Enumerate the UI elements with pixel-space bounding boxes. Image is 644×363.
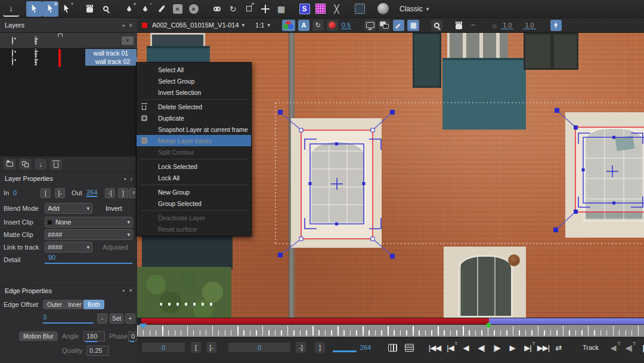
out-value[interactable]: 264 xyxy=(86,189,97,197)
layer-row[interactable]: wall track 02 xyxy=(0,57,137,66)
new-group-button[interactable] xyxy=(4,159,16,170)
pen-convert-tool[interactable]: ~ xyxy=(137,1,153,17)
zoom-tool[interactable] xyxy=(98,1,114,17)
layer-color-key[interactable] xyxy=(58,57,61,67)
pan-view-button[interactable] xyxy=(453,20,465,31)
gear-icon[interactable] xyxy=(35,57,37,66)
visibility-icon[interactable] xyxy=(12,57,13,66)
chevron-down-icon[interactable]: ▾ xyxy=(267,22,270,28)
chevron-down-icon[interactable]: ▾ xyxy=(242,22,245,28)
phase-field[interactable]: 0 xyxy=(128,331,137,342)
chevron-right-icon[interactable]: › xyxy=(131,176,132,182)
view-preset-dropdown[interactable]: Classic ▾ xyxy=(400,5,429,13)
menu-item-lock-all[interactable]: Lock All xyxy=(137,172,251,183)
loop-button[interactable]: ⇄ xyxy=(552,340,566,355)
track-backward-button[interactable]: ◀T xyxy=(606,340,620,355)
alpha-button[interactable]: A xyxy=(298,20,309,31)
menu-item-snapshot-layer[interactable]: Snapshot Layer at current frame xyxy=(137,124,251,135)
go-to-end-button[interactable]: ▶▶| xyxy=(536,340,550,355)
timeline-ruler[interactable] xyxy=(137,325,644,337)
gear-icon[interactable] xyxy=(35,36,37,45)
angle-field[interactable]: 180 xyxy=(83,331,105,342)
layers-menu-button[interactable]: ▾ xyxy=(122,36,134,45)
timeline-track-bar[interactable] xyxy=(137,318,644,325)
render-preview-button[interactable] xyxy=(550,20,562,31)
monitor-button[interactable] xyxy=(364,20,376,31)
overlay-toggle-button[interactable] xyxy=(379,20,390,31)
menu-item-invert-selection[interactable]: Invert Selection xyxy=(137,87,251,98)
delete-layer-button[interactable] xyxy=(50,159,62,170)
set-in-button[interactable]: [ xyxy=(191,342,201,353)
set-in-button[interactable]: [ xyxy=(41,188,51,198)
dock-icon[interactable]: ▪ xyxy=(123,287,125,294)
menu-item-select-all[interactable]: Select All xyxy=(137,64,251,75)
set-out-button[interactable]: ] xyxy=(118,188,128,198)
gain-field[interactable]: 1.0 xyxy=(501,21,513,29)
close-icon[interactable]: × xyxy=(129,287,132,294)
frame-range-button[interactable] xyxy=(403,342,416,353)
goto-out-button[interactable]: -] xyxy=(296,342,306,353)
current-frame-field[interactable]: 0 xyxy=(141,342,185,353)
trackball-tool[interactable] xyxy=(375,1,391,17)
menu-item-group-selected[interactable]: Group Selected xyxy=(137,198,251,209)
pan-tool[interactable] xyxy=(82,1,98,17)
import-layer-button[interactable]: ↓ xyxy=(35,159,47,170)
step-forward-button[interactable]: |▶ xyxy=(490,340,504,355)
matte-circle-tool[interactable]: × xyxy=(185,1,202,17)
stabilize-tool[interactable]: S xyxy=(296,1,312,17)
out-frame-field[interactable]: 264 xyxy=(332,342,382,353)
invert-toggle[interactable]: Invert xyxy=(106,205,122,212)
edge-minus-button[interactable]: - xyxy=(97,313,107,324)
layer-name[interactable]: wall track 01 xyxy=(85,49,137,57)
layer-name[interactable]: wall track 02 xyxy=(85,57,140,66)
playhead[interactable] xyxy=(140,324,147,329)
layer-row[interactable]: wall track 01 xyxy=(0,49,137,57)
select-both-tool[interactable]: B xyxy=(42,1,58,17)
edge-set-button[interactable]: Set xyxy=(110,313,123,324)
link-tool[interactable] xyxy=(209,1,225,17)
visibility-icon[interactable] xyxy=(12,49,13,57)
move-tool[interactable] xyxy=(257,1,273,17)
set-out-button[interactable]: ] xyxy=(315,342,325,353)
matte-box-tool[interactable]: × xyxy=(169,1,185,17)
track-backward-one-button[interactable]: ◀|T xyxy=(621,340,636,355)
edge-plus-button[interactable]: + xyxy=(125,313,135,324)
edge-inner-button[interactable]: Inner xyxy=(64,300,86,309)
menu-item-duplicate[interactable]: Duplicate xyxy=(137,112,251,124)
frame-all-button[interactable] xyxy=(386,342,399,353)
rotate-view-button[interactable]: ↻ xyxy=(312,20,324,31)
motion-blur-button[interactable]: Motion Blur xyxy=(19,331,58,341)
rotate-tool[interactable]: ↻ xyxy=(225,1,241,17)
edge-both-button[interactable]: Both xyxy=(83,300,104,309)
spline-display-button[interactable] xyxy=(393,20,404,31)
blend-mode-dropdown[interactable]: Add ▾ xyxy=(45,203,92,214)
in-value[interactable]: 0 xyxy=(13,189,17,196)
in-frame-field[interactable]: 0 xyxy=(228,342,291,353)
menu-item-select-group[interactable]: Select Group xyxy=(137,75,251,87)
play-forward-button[interactable]: ▶ xyxy=(505,340,519,355)
mesh-tool[interactable] xyxy=(312,1,329,17)
detail-slider[interactable]: 90 xyxy=(45,254,132,264)
matte-view-button[interactable] xyxy=(327,20,338,31)
visibility-icon[interactable] xyxy=(12,36,13,45)
menu-item-delete-selected[interactable]: Delete Selected xyxy=(137,101,251,112)
edge-offset-field[interactable]: 3 xyxy=(43,313,94,323)
play-backward-button[interactable]: ◀ xyxy=(459,340,473,355)
clip-name[interactable]: A002_C055_01015M_V1-014 xyxy=(152,21,239,29)
add-point-tool[interactable]: + xyxy=(58,1,75,17)
step-backward-button[interactable]: ◀| xyxy=(474,340,488,355)
next-keyframe-button[interactable]: ▶|T xyxy=(521,340,535,355)
track-forward-button[interactable]: || xyxy=(637,340,644,355)
marquee-tool[interactable] xyxy=(352,1,368,17)
grid-warp-tool[interactable]: ▦ xyxy=(273,1,289,17)
insert-clip-dropdown[interactable]: None ▾ xyxy=(45,217,133,227)
menu-item-new-group[interactable]: New Group xyxy=(137,186,251,198)
menu-item-merge-layer-tracks[interactable]: ↓Merge Layer tracks xyxy=(137,135,251,146)
matte-clip-dropdown[interactable]: #### ▾ xyxy=(45,229,133,240)
dock-icon[interactable]: ▪ xyxy=(123,22,125,29)
overlay-opacity-value[interactable]: 0.5 xyxy=(341,21,351,29)
expand-track-tool[interactable]: ╳ xyxy=(329,1,345,17)
zoom-level-dropdown[interactable]: 1:1 xyxy=(255,21,264,29)
dock-icon[interactable]: ▪ xyxy=(124,176,126,182)
select-tool[interactable] xyxy=(26,1,42,17)
